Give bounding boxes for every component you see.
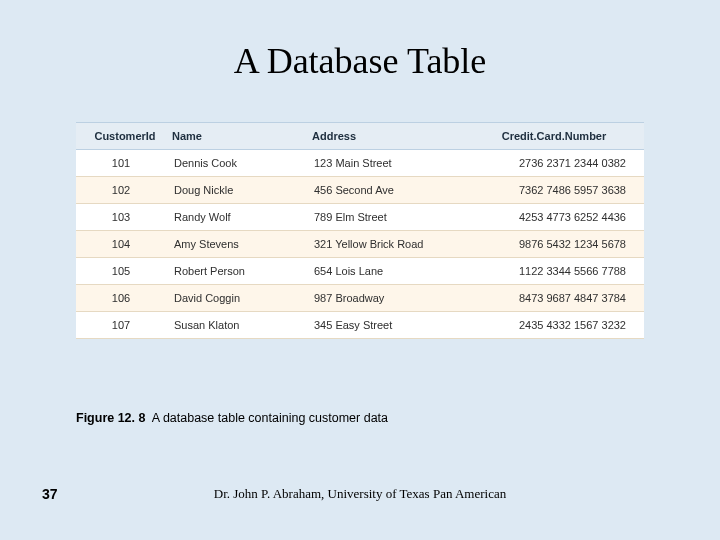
header-creditcard: Credit.Card.Number	[476, 123, 644, 150]
slide-footer: Dr. John P. Abraham, University of Texas…	[0, 486, 720, 502]
table-row: 103 Randy Wolf 789 Elm Street 4253 4773 …	[76, 204, 644, 231]
cell-customerid: 104	[76, 231, 166, 258]
header-name: Name	[166, 123, 306, 150]
cell-creditcard: 2736 2371 2344 0382	[476, 150, 644, 177]
cell-address: 123 Main Street	[306, 150, 476, 177]
cell-name: David Coggin	[166, 285, 306, 312]
table-row: 104 Amy Stevens 321 Yellow Brick Road 98…	[76, 231, 644, 258]
figure-label: Figure 12. 8	[76, 411, 145, 425]
cell-name: Randy Wolf	[166, 204, 306, 231]
cell-customerid: 105	[76, 258, 166, 285]
table-header-row: CustomerId Name Address Credit.Card.Numb…	[76, 123, 644, 150]
database-table-figure: CustomerId Name Address Credit.Card.Numb…	[76, 122, 644, 339]
cell-address: 345 Easy Street	[306, 312, 476, 339]
cell-customerid: 101	[76, 150, 166, 177]
cell-creditcard: 2435 4332 1567 3232	[476, 312, 644, 339]
figure-caption: Figure 12. 8 A database table containing…	[76, 410, 388, 427]
table-body: 101 Dennis Cook 123 Main Street 2736 237…	[76, 150, 644, 339]
header-customerid: CustomerId	[76, 123, 166, 150]
cell-creditcard: 4253 4773 6252 4436	[476, 204, 644, 231]
cell-customerid: 102	[76, 177, 166, 204]
cell-name: Dennis Cook	[166, 150, 306, 177]
cell-name: Robert Person	[166, 258, 306, 285]
cell-address: 987 Broadway	[306, 285, 476, 312]
cell-address: 321 Yellow Brick Road	[306, 231, 476, 258]
table-row: 101 Dennis Cook 123 Main Street 2736 237…	[76, 150, 644, 177]
cell-customerid: 106	[76, 285, 166, 312]
slide: A Database Table CustomerId Name Address…	[0, 0, 720, 540]
table-row: 102 Doug Nickle 456 Second Ave 7362 7486…	[76, 177, 644, 204]
cell-creditcard: 9876 5432 1234 5678	[476, 231, 644, 258]
cell-name: Susan Klaton	[166, 312, 306, 339]
slide-title: A Database Table	[0, 0, 720, 82]
table-row: 107 Susan Klaton 345 Easy Street 2435 43…	[76, 312, 644, 339]
customer-table: CustomerId Name Address Credit.Card.Numb…	[76, 122, 644, 339]
cell-name: Doug Nickle	[166, 177, 306, 204]
cell-customerid: 107	[76, 312, 166, 339]
figure-caption-text: A database table containing customer dat…	[152, 411, 388, 425]
table-row: 105 Robert Person 654 Lois Lane 1122 334…	[76, 258, 644, 285]
cell-address: 654 Lois Lane	[306, 258, 476, 285]
cell-address: 789 Elm Street	[306, 204, 476, 231]
cell-creditcard: 8473 9687 4847 3784	[476, 285, 644, 312]
cell-creditcard: 7362 7486 5957 3638	[476, 177, 644, 204]
header-address: Address	[306, 123, 476, 150]
cell-creditcard: 1122 3344 5566 7788	[476, 258, 644, 285]
table-row: 106 David Coggin 987 Broadway 8473 9687 …	[76, 285, 644, 312]
cell-customerid: 103	[76, 204, 166, 231]
cell-address: 456 Second Ave	[306, 177, 476, 204]
cell-name: Amy Stevens	[166, 231, 306, 258]
